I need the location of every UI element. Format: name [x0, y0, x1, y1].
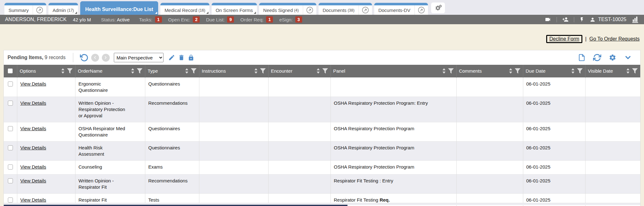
due-date-cell: 06-01-2025: [523, 174, 585, 193]
lightning-bolt-icon: [579, 16, 585, 23]
column-header-label: Encounter: [271, 68, 292, 74]
counter-due-list: Due List: 9: [206, 16, 234, 23]
tab-health-surveillance-due-list[interactable]: Health Surveillance:Due List: [80, 1, 158, 15]
column-header-type[interactable]: Type: [145, 65, 199, 77]
order-name-cell: Health Risk Assessment: [79, 145, 126, 157]
filter-icon[interactable]: [191, 68, 197, 74]
sort-icon[interactable]: [509, 68, 513, 74]
type-cell: Questionnaires: [145, 122, 199, 141]
sort-icon[interactable]: [61, 68, 65, 74]
video-call-button[interactable]: [544, 16, 552, 23]
row-checkbox[interactable]: [8, 178, 13, 183]
refresh-button[interactable]: [593, 53, 601, 62]
tab-popout-button[interactable]: [303, 3, 316, 15]
filter-icon[interactable]: [67, 68, 73, 74]
collapse-panel-button[interactable]: [624, 54, 632, 61]
decline-form-link[interactable]: Decline Form: [546, 35, 582, 43]
lock-perspective-button[interactable]: [188, 54, 194, 61]
tab-medical-record[interactable]: Medical Record (16): [160, 3, 209, 15]
column-header-ordername[interactable]: OrderName: [75, 65, 145, 77]
type-cell: Questionnaires: [145, 141, 199, 160]
column-header-comments[interactable]: Comments: [456, 65, 523, 77]
horizontal-scrollbar-thumb[interactable]: [4, 205, 347, 206]
tab-documents-dv[interactable]: Documents-DV: [374, 3, 414, 15]
next-page-button[interactable]: [102, 54, 110, 62]
grid-settings-button[interactable]: [609, 54, 616, 61]
tab-documents[interactable]: Documents (38): [319, 3, 358, 15]
filter-icon[interactable]: [515, 68, 520, 74]
view-details-link[interactable]: View Details: [20, 197, 46, 203]
row-checkbox[interactable]: [8, 145, 13, 150]
column-header-due-date[interactable]: Due Date: [523, 65, 585, 77]
new-document-button[interactable]: [578, 54, 586, 61]
sort-icon[interactable]: [254, 68, 258, 74]
tab-popout-button[interactable]: [33, 3, 46, 15]
go-to-order-requests-link[interactable]: Go To Order Requests: [589, 36, 640, 42]
analytics-button[interactable]: [631, 16, 639, 23]
sort-icon[interactable]: [185, 68, 189, 74]
filter-icon[interactable]: [577, 68, 583, 74]
comments-cell: [456, 77, 523, 97]
filter-icon[interactable]: [448, 68, 454, 74]
counter-badge[interactable]: 1: [155, 16, 162, 23]
order-name-cell: Ergonomic Questionnaire: [79, 81, 126, 93]
row-checkbox[interactable]: [8, 81, 13, 86]
sort-icon[interactable]: [316, 68, 320, 74]
column-header-visible-date[interactable]: Visible Date: [585, 65, 640, 77]
filter-icon[interactable]: [260, 68, 266, 74]
type-cell: Recommendations: [145, 174, 199, 193]
panel-cell: OSHA Respiratory Protection Program: [330, 160, 456, 174]
view-details-link[interactable]: View Details: [20, 145, 46, 150]
due-date-cell: 06-01-2025: [523, 77, 585, 97]
view-details-link[interactable]: View Details: [20, 100, 46, 106]
counter-badge[interactable]: 1: [266, 16, 273, 23]
quick-action-button[interactable]: [579, 16, 585, 23]
divider: [574, 17, 574, 22]
counter-badge[interactable]: 9: [227, 16, 234, 23]
tab-settings-button[interactable]: [431, 3, 445, 13]
delete-perspective-button[interactable]: [178, 54, 185, 61]
sort-icon[interactable]: [131, 68, 135, 74]
counter-badge[interactable]: 2: [193, 16, 200, 23]
column-header-options[interactable]: Options: [17, 65, 75, 77]
tab-popout-button[interactable]: [358, 3, 372, 15]
tab-admin[interactable]: Admin (17): [48, 3, 78, 15]
filter-icon[interactable]: [632, 68, 638, 74]
column-header-instructions[interactable]: Instructions: [199, 65, 268, 77]
row-checkbox[interactable]: [8, 101, 13, 106]
tab-popout-button[interactable]: [414, 3, 428, 15]
row-checkbox[interactable]: [8, 164, 13, 170]
type-cell: Questionnaires: [145, 77, 199, 97]
counter-badge[interactable]: 3: [295, 16, 302, 23]
bar-chart-icon: [631, 16, 639, 23]
row-checkbox[interactable]: [8, 126, 13, 131]
select-all-checkbox[interactable]: [8, 69, 13, 73]
view-details-link[interactable]: View Details: [20, 178, 46, 183]
tab-on-screen-forms[interactable]: On Screen Forms: [212, 3, 257, 15]
sort-icon[interactable]: [626, 68, 630, 74]
edit-perspective-button[interactable]: [168, 54, 175, 61]
tab-needs-signed[interactable]: Needs Signed (4): [259, 3, 303, 15]
row-checkbox[interactable]: [8, 198, 13, 203]
select-all-header[interactable]: [4, 65, 17, 77]
column-header-encounter[interactable]: Encounter: [268, 65, 330, 77]
add-person-button[interactable]: [562, 16, 569, 23]
sort-icon[interactable]: [571, 68, 575, 74]
undo-button[interactable]: [80, 53, 88, 62]
filter-icon[interactable]: [322, 68, 328, 74]
tab-count: (16): [198, 8, 205, 13]
filter-icon[interactable]: [137, 68, 142, 74]
view-details-link[interactable]: View Details: [20, 81, 46, 86]
previous-page-button[interactable]: [91, 54, 99, 62]
tab-summary[interactable]: Summary: [4, 3, 33, 15]
visible-date-cell: [585, 97, 640, 122]
order-name-cell: Written Opinion - Respirator Fit: [79, 178, 126, 190]
perspective-select[interactable]: Main Perspective: [114, 53, 164, 62]
view-details-link[interactable]: View Details: [20, 126, 46, 131]
gears-small-icon: [439, 4, 442, 8]
sort-icon[interactable]: [442, 68, 446, 74]
column-header-panel[interactable]: Panel: [330, 65, 456, 77]
counter-label: Order Req:: [240, 17, 264, 22]
tab-group: Documents-DV: [374, 3, 428, 15]
view-details-link[interactable]: View Details: [20, 164, 46, 170]
